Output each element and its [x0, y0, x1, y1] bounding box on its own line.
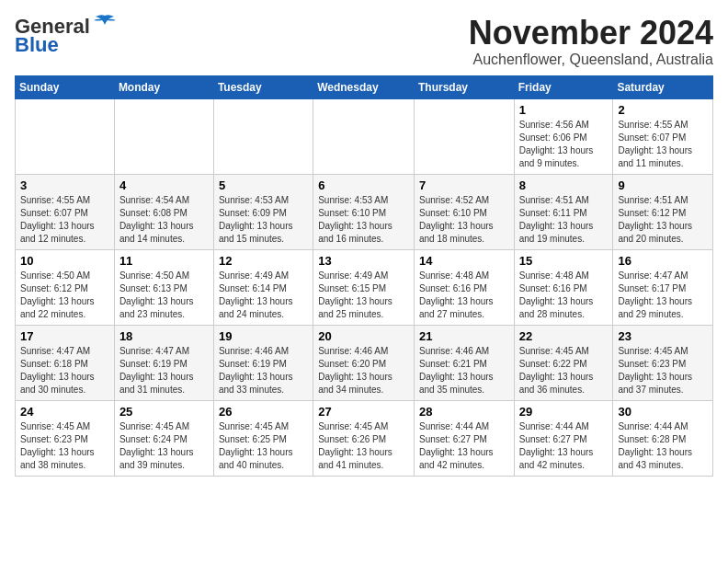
day-cell: 10Sunrise: 4:50 AMSunset: 6:12 PMDayligh… — [16, 249, 115, 325]
day-cell: 28Sunrise: 4:44 AMSunset: 6:27 PMDayligh… — [414, 400, 514, 476]
day-number: 5 — [219, 178, 308, 192]
month-title: November 2024 — [469, 15, 713, 52]
logo: General Blue — [15, 15, 118, 57]
day-info: Sunrise: 4:54 AMSunset: 6:08 PMDaylight:… — [119, 194, 209, 246]
day-cell: 20Sunrise: 4:46 AMSunset: 6:20 PMDayligh… — [313, 325, 415, 400]
day-info: Sunrise: 4:55 AMSunset: 6:07 PMDaylight:… — [618, 119, 708, 170]
day-cell: 6Sunrise: 4:53 AMSunset: 6:10 PMDaylight… — [313, 174, 415, 249]
day-cell: 14Sunrise: 4:48 AMSunset: 6:16 PMDayligh… — [414, 249, 514, 325]
day-number: 26 — [219, 405, 308, 419]
day-number: 2 — [618, 103, 708, 117]
day-info: Sunrise: 4:45 AMSunset: 6:26 PMDaylight:… — [318, 420, 409, 472]
weekday-thursday: Thursday — [414, 75, 514, 98]
day-info: Sunrise: 4:49 AMSunset: 6:15 PMDaylight:… — [318, 270, 409, 321]
day-info: Sunrise: 4:51 AMSunset: 6:11 PMDaylight:… — [519, 194, 609, 246]
day-number: 14 — [419, 254, 509, 268]
day-info: Sunrise: 4:44 AMSunset: 6:27 PMDaylight:… — [519, 420, 609, 472]
day-number: 9 — [618, 178, 708, 192]
day-cell: 7Sunrise: 4:52 AMSunset: 6:10 PMDaylight… — [414, 174, 514, 249]
day-cell: 2Sunrise: 4:55 AMSunset: 6:07 PMDaylight… — [613, 98, 713, 174]
day-number: 23 — [618, 329, 708, 343]
day-info: Sunrise: 4:45 AMSunset: 6:25 PMDaylight:… — [219, 420, 308, 472]
weekday-saturday: Saturday — [613, 75, 713, 98]
day-number: 20 — [318, 329, 409, 343]
day-number: 1 — [519, 103, 609, 117]
day-cell: 23Sunrise: 4:45 AMSunset: 6:23 PMDayligh… — [613, 325, 713, 400]
day-cell: 4Sunrise: 4:54 AMSunset: 6:08 PMDaylight… — [114, 174, 213, 249]
day-info: Sunrise: 4:47 AMSunset: 6:19 PMDaylight:… — [119, 345, 209, 396]
day-info: Sunrise: 4:53 AMSunset: 6:10 PMDaylight:… — [318, 194, 409, 246]
week-row-5: 24Sunrise: 4:45 AMSunset: 6:23 PMDayligh… — [16, 400, 713, 476]
day-number: 8 — [519, 178, 609, 192]
week-row-3: 10Sunrise: 4:50 AMSunset: 6:12 PMDayligh… — [16, 249, 713, 325]
day-cell — [213, 98, 313, 174]
day-info: Sunrise: 4:46 AMSunset: 6:20 PMDaylight:… — [318, 345, 409, 396]
day-info: Sunrise: 4:50 AMSunset: 6:13 PMDaylight:… — [119, 270, 209, 321]
location: Auchenflower, Queensland, Australia — [469, 52, 713, 68]
day-info: Sunrise: 4:56 AMSunset: 6:06 PMDaylight:… — [519, 119, 609, 170]
day-info: Sunrise: 4:47 AMSunset: 6:17 PMDaylight:… — [618, 270, 708, 321]
day-number: 28 — [419, 405, 509, 419]
day-info: Sunrise: 4:45 AMSunset: 6:23 PMDaylight:… — [20, 420, 109, 472]
day-number: 19 — [219, 329, 308, 343]
day-number: 25 — [119, 405, 209, 419]
weekday-friday: Friday — [514, 75, 613, 98]
day-cell: 21Sunrise: 4:46 AMSunset: 6:21 PMDayligh… — [414, 325, 514, 400]
weekday-wednesday: Wednesday — [313, 75, 415, 98]
day-cell: 12Sunrise: 4:49 AMSunset: 6:14 PMDayligh… — [213, 249, 313, 325]
day-info: Sunrise: 4:53 AMSunset: 6:09 PMDaylight:… — [219, 194, 308, 246]
weekday-sunday: Sunday — [16, 75, 115, 98]
day-cell: 24Sunrise: 4:45 AMSunset: 6:23 PMDayligh… — [16, 400, 115, 476]
day-cell: 3Sunrise: 4:55 AMSunset: 6:07 PMDaylight… — [16, 174, 115, 249]
day-info: Sunrise: 4:44 AMSunset: 6:27 PMDaylight:… — [419, 420, 509, 472]
day-number: 24 — [20, 405, 109, 419]
day-info: Sunrise: 4:44 AMSunset: 6:28 PMDaylight:… — [618, 420, 708, 472]
day-cell: 9Sunrise: 4:51 AMSunset: 6:12 PMDaylight… — [613, 174, 713, 249]
day-cell: 13Sunrise: 4:49 AMSunset: 6:15 PMDayligh… — [313, 249, 415, 325]
day-number: 13 — [318, 254, 409, 268]
week-row-2: 3Sunrise: 4:55 AMSunset: 6:07 PMDaylight… — [16, 174, 713, 249]
day-info: Sunrise: 4:55 AMSunset: 6:07 PMDaylight:… — [20, 194, 109, 246]
day-number: 30 — [618, 405, 708, 419]
day-info: Sunrise: 4:45 AMSunset: 6:22 PMDaylight:… — [519, 345, 609, 396]
day-number: 12 — [219, 254, 308, 268]
day-info: Sunrise: 4:45 AMSunset: 6:23 PMDaylight:… — [618, 345, 708, 396]
day-cell — [313, 98, 415, 174]
weekday-tuesday: Tuesday — [213, 75, 313, 98]
day-number: 16 — [618, 254, 708, 268]
week-row-4: 17Sunrise: 4:47 AMSunset: 6:18 PMDayligh… — [16, 325, 713, 400]
title-block: November 2024 Auchenflower, Queensland, … — [469, 15, 713, 68]
day-info: Sunrise: 4:51 AMSunset: 6:12 PMDaylight:… — [618, 194, 708, 246]
calendar-body: 1Sunrise: 4:56 AMSunset: 6:06 PMDaylight… — [16, 98, 713, 476]
day-info: Sunrise: 4:49 AMSunset: 6:14 PMDaylight:… — [219, 270, 308, 321]
day-number: 27 — [318, 405, 409, 419]
week-row-1: 1Sunrise: 4:56 AMSunset: 6:06 PMDaylight… — [16, 98, 713, 174]
day-info: Sunrise: 4:50 AMSunset: 6:12 PMDaylight:… — [20, 270, 109, 321]
day-cell: 5Sunrise: 4:53 AMSunset: 6:09 PMDaylight… — [213, 174, 313, 249]
day-cell: 22Sunrise: 4:45 AMSunset: 6:22 PMDayligh… — [514, 325, 613, 400]
day-cell: 30Sunrise: 4:44 AMSunset: 6:28 PMDayligh… — [613, 400, 713, 476]
logo-bird-icon — [92, 14, 118, 32]
day-cell: 18Sunrise: 4:47 AMSunset: 6:19 PMDayligh… — [114, 325, 213, 400]
day-cell — [16, 98, 115, 174]
day-number: 21 — [419, 329, 509, 343]
day-number: 18 — [119, 329, 209, 343]
day-cell: 29Sunrise: 4:44 AMSunset: 6:27 PMDayligh… — [514, 400, 613, 476]
day-number: 3 — [20, 178, 109, 192]
day-info: Sunrise: 4:46 AMSunset: 6:21 PMDaylight:… — [419, 345, 509, 396]
day-cell — [114, 98, 213, 174]
day-cell: 1Sunrise: 4:56 AMSunset: 6:06 PMDaylight… — [514, 98, 613, 174]
day-number: 17 — [20, 329, 109, 343]
day-cell: 25Sunrise: 4:45 AMSunset: 6:24 PMDayligh… — [114, 400, 213, 476]
day-cell: 17Sunrise: 4:47 AMSunset: 6:18 PMDayligh… — [16, 325, 115, 400]
day-number: 29 — [519, 405, 609, 419]
day-cell — [414, 98, 514, 174]
day-info: Sunrise: 4:48 AMSunset: 6:16 PMDaylight:… — [519, 270, 609, 321]
weekday-monday: Monday — [114, 75, 213, 98]
day-cell: 26Sunrise: 4:45 AMSunset: 6:25 PMDayligh… — [213, 400, 313, 476]
page-header: General Blue November 2024 Auchenflower,… — [15, 15, 713, 68]
day-number: 10 — [20, 254, 109, 268]
day-info: Sunrise: 4:46 AMSunset: 6:19 PMDaylight:… — [219, 345, 308, 396]
day-info: Sunrise: 4:48 AMSunset: 6:16 PMDaylight:… — [419, 270, 509, 321]
day-number: 11 — [119, 254, 209, 268]
